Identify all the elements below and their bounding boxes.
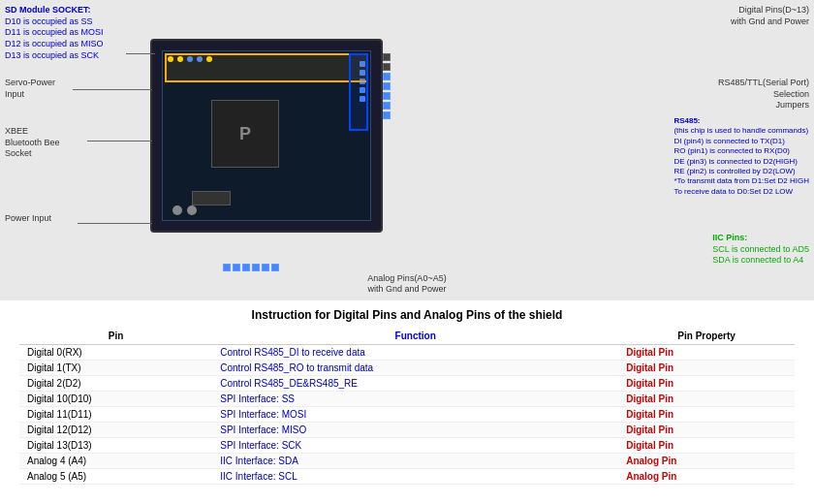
table-row: Digital 2(D2)Control RS485_DE&RS485_REDi… — [19, 376, 795, 392]
table-body: Digital 0(RX)Control RS485_DI to receive… — [19, 345, 795, 485]
table-row: Analog 4 (A4)IIC Interface: SDAAnalog Pi… — [19, 454, 795, 469]
cell-pin: Digital 0(RX) — [19, 345, 212, 361]
cell-property: Digital Pin — [618, 423, 795, 438]
cell-property: Digital Pin — [618, 438, 795, 454]
cell-function: SPI Interface: SCK — [212, 438, 618, 454]
table-header-row: Pin Function Pin Property — [19, 328, 795, 345]
table-row: Digital 11(D11)SPI Interface: MOSIDigita… — [19, 407, 795, 423]
anno-xbee: XBEE Bluetooth Bee Socket — [5, 126, 60, 160]
table-section: Instruction for Digital Pins and Analog … — [0, 300, 814, 504]
table-row: Digital 1(TX)Control RS485_RO to transmi… — [19, 361, 795, 376]
servo-line — [73, 89, 152, 90]
table-row: Analog 5 (A5)IIC Interface: SCLAnalog Pi… — [19, 469, 795, 485]
cell-pin: Digital 11(D11) — [19, 407, 212, 423]
power-line — [78, 223, 152, 224]
xbee-line — [87, 141, 152, 142]
main-container: P — [0, 0, 814, 504]
diagram-section: P — [0, 0, 814, 300]
cell-property: Digital Pin — [618, 407, 795, 423]
anno-sd-module: SD Module SOCKET: D10 is occupied as SS … — [5, 5, 104, 61]
cell-property: Digital Pin — [618, 392, 795, 407]
cell-function: SPI Interface: SS — [212, 392, 618, 407]
anno-iic: IIC Pins: SCL is connected to AD5 SDA is… — [712, 233, 809, 267]
cell-property: Analog Pin — [618, 469, 795, 485]
anno-rs485-jumpers: RS485/TTL(Serial Port) Selection Jumpers — [718, 78, 809, 111]
table-row: Digital 13(D13)SPI Interface: SCKDigital… — [19, 438, 795, 454]
cell-property: Digital Pin — [618, 345, 795, 361]
cell-pin: Digital 13(D13) — [19, 438, 212, 454]
cell-pin: Digital 12(D12) — [19, 423, 212, 438]
anno-rs485: RS485: (this chip is used to handle comm… — [673, 116, 809, 197]
anno-servo-power: Servo-Power Input — [5, 78, 55, 100]
cell-function: IIC Interface: SCL — [212, 469, 618, 485]
pcb-board: P — [150, 39, 383, 233]
cell-pin: Digital 1(TX) — [19, 361, 212, 376]
cell-pin: Digital 10(D10) — [19, 392, 212, 407]
cell-function: Control RS485_RO to transmit data — [212, 361, 618, 376]
sd-line — [126, 53, 155, 54]
anno-power-input: Power Input — [5, 213, 51, 225]
anno-digital-pins: Digital Pins(D~13) with Gnd and Power — [731, 5, 809, 27]
table-row: Digital 12(D12)SPI Interface: MISODigita… — [19, 423, 795, 438]
table-row: Digital 10(D10)SPI Interface: SSDigital … — [19, 392, 795, 407]
bottom-connector-strip — [223, 264, 279, 271]
cell-function: SPI Interface: MISO — [212, 423, 618, 438]
cell-property: Analog Pin — [618, 454, 795, 469]
table-row: Digital 0(RX)Control RS485_DI to receive… — [19, 345, 795, 361]
header-pin: Pin — [19, 328, 212, 345]
header-function: Function — [212, 328, 618, 345]
cell-property: Digital Pin — [618, 376, 795, 392]
cell-pin: Analog 4 (A4) — [19, 454, 212, 469]
cell-function: IIC Interface: SDA — [212, 454, 618, 469]
cell-pin: Digital 2(D2) — [19, 376, 212, 392]
table-title: Instruction for Digital Pins and Analog … — [19, 308, 795, 322]
pcb-inner: P — [162, 50, 371, 221]
right-connector-strip — [383, 53, 391, 119]
cell-function: SPI Interface: MOSI — [212, 407, 618, 423]
header-property: Pin Property — [618, 328, 795, 345]
anno-analog: Analog Pins(A0~A5) with Gnd and Power — [367, 273, 446, 296]
cell-function: Control RS485_DI to receive data — [212, 345, 618, 361]
cell-function: Control RS485_DE&RS485_RE — [212, 376, 618, 392]
cell-property: Digital Pin — [618, 361, 795, 376]
cell-pin: Analog 5 (A5) — [19, 469, 212, 485]
pin-table: Pin Function Pin Property Digital 0(RX)C… — [19, 328, 795, 485]
